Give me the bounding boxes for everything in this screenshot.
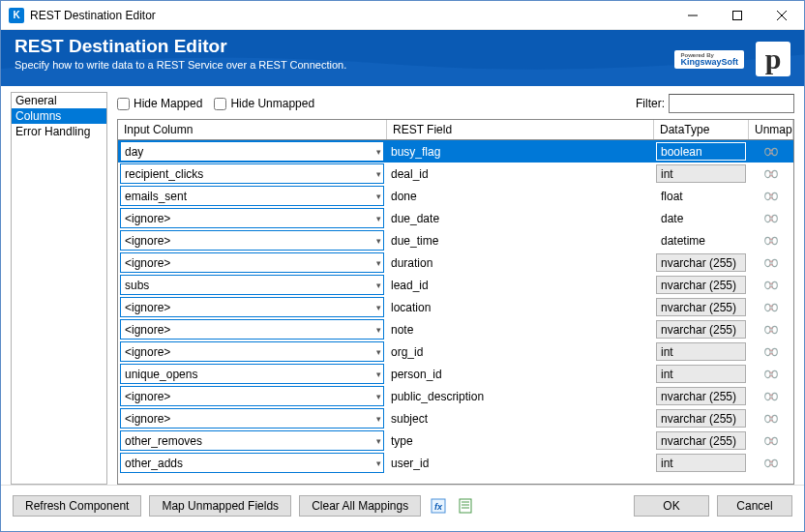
datatype-cell[interactable]: nvarchar (255) [656, 253, 746, 272]
header-input-column[interactable]: Input Column [118, 120, 387, 139]
table-row[interactable]: <ignore>▾due_datedate [118, 207, 793, 229]
table-row[interactable]: other_adds▾user_idint [118, 452, 793, 474]
input-column-combo[interactable]: emails_sent▾ [120, 186, 384, 206]
rest-field-cell: org_id [387, 340, 654, 363]
input-column-combo[interactable]: other_removes▾ [120, 430, 384, 451]
filter-input[interactable] [669, 94, 794, 113]
unmap-icon[interactable] [762, 345, 780, 359]
table-row[interactable]: emails_sent▾donefloat [118, 185, 793, 207]
hide-mapped-checkbox[interactable]: Hide Mapped [117, 97, 202, 110]
chevron-down-icon: ▾ [376, 347, 381, 357]
rest-field-cell: user_id [387, 452, 654, 474]
datatype-cell[interactable]: int [656, 365, 746, 383]
unmap-icon[interactable] [762, 434, 780, 448]
input-column-combo[interactable]: other_adds▾ [120, 453, 384, 473]
sidebar-item-error-handling[interactable]: Error Handling [12, 124, 106, 139]
svg-rect-66 [460, 499, 471, 513]
rest-field-cell: duration [387, 251, 654, 274]
unmap-icon[interactable] [762, 167, 780, 181]
table-row[interactable]: <ignore>▾durationnvarchar (255) [118, 251, 793, 274]
datatype-cell[interactable]: int [656, 454, 746, 472]
page-subtitle: Specify how to write data to a REST Serv… [15, 59, 346, 71]
rest-field-cell: public_description [387, 385, 654, 407]
unmap-icon[interactable] [762, 234, 780, 248]
table-row[interactable]: <ignore>▾locationnvarchar (255) [118, 296, 793, 318]
input-column-combo[interactable]: <ignore>▾ [120, 319, 384, 340]
input-column-combo[interactable]: unique_opens▾ [120, 364, 384, 384]
datatype-cell[interactable]: nvarchar (255) [656, 387, 746, 405]
pipedrive-logo: p [756, 42, 790, 76]
unmap-icon[interactable] [762, 279, 780, 292]
unmap-icon[interactable] [762, 190, 780, 203]
unmap-icon[interactable] [762, 212, 780, 225]
datatype-cell[interactable]: nvarchar (255) [656, 298, 746, 316]
svg-point-37 [771, 326, 776, 333]
unmap-icon[interactable] [762, 323, 780, 337]
ok-button[interactable]: OK [634, 495, 709, 517]
unmap-icon[interactable] [762, 390, 780, 403]
input-column-combo[interactable]: <ignore>▾ [120, 252, 384, 273]
grid-body[interactable]: day▾busy_flagbooleanrecipient_clicks▾dea… [118, 140, 793, 475]
maximize-button[interactable] [715, 1, 760, 30]
svg-point-44 [764, 370, 769, 377]
svg-point-33 [771, 304, 776, 310]
map-unmapped-button[interactable]: Map Unmapped Fields [149, 495, 291, 517]
input-column-combo[interactable]: <ignore>▾ [120, 230, 384, 251]
unmap-icon[interactable] [762, 301, 780, 314]
svg-point-61 [771, 459, 776, 466]
input-column-combo[interactable]: subs▾ [120, 275, 384, 295]
table-row[interactable]: <ignore>▾notenvarchar (255) [118, 318, 793, 340]
clear-all-mappings-button[interactable]: Clear All Mappings [299, 495, 421, 517]
sidebar-item-general[interactable]: General [12, 93, 106, 108]
table-row[interactable]: subs▾lead_idnvarchar (255) [118, 274, 793, 296]
unmap-icon[interactable] [762, 457, 780, 470]
svg-point-12 [764, 192, 769, 199]
unmap-icon[interactable] [762, 256, 780, 270]
datatype-cell[interactable]: nvarchar (255) [656, 409, 746, 428]
input-column-combo[interactable]: <ignore>▾ [120, 341, 384, 362]
page-title: REST Destination Editor [15, 36, 346, 57]
unmap-icon[interactable] [762, 145, 780, 159]
table-row[interactable]: day▾busy_flagboolean [118, 140, 793, 163]
svg-point-8 [764, 170, 769, 177]
header-unmap[interactable]: Unmap [749, 120, 793, 139]
datatype-cell[interactable]: int [656, 342, 746, 361]
sidebar-item-columns[interactable]: Columns [12, 108, 106, 124]
table-row[interactable]: other_removes▾typenvarchar (255) [118, 429, 793, 452]
table-row[interactable]: <ignore>▾subjectnvarchar (255) [118, 407, 793, 429]
unmap-icon[interactable] [762, 412, 780, 426]
chevron-down-icon: ▾ [376, 369, 381, 379]
table-row[interactable]: <ignore>▾due_timedatetime [118, 229, 793, 251]
cancel-button[interactable]: Cancel [717, 495, 792, 517]
input-column-combo[interactable]: <ignore>▾ [120, 297, 384, 317]
datatype-cell[interactable]: nvarchar (255) [656, 431, 746, 450]
refresh-component-button[interactable]: Refresh Component [13, 495, 141, 517]
input-column-combo[interactable]: <ignore>▾ [120, 408, 384, 429]
minimize-button[interactable] [671, 1, 715, 30]
datatype-cell[interactable]: int [656, 164, 746, 183]
unmap-icon[interactable] [762, 368, 780, 381]
datatype-cell[interactable]: nvarchar (255) [656, 276, 746, 294]
table-row[interactable]: unique_opens▾person_idint [118, 363, 793, 385]
input-column-combo[interactable]: day▾ [120, 141, 384, 162]
rest-field-cell: subject [387, 407, 654, 429]
expression-icon[interactable]: fx [429, 496, 448, 516]
input-column-combo[interactable]: recipient_clicks▾ [120, 163, 384, 184]
header-rest-field[interactable]: REST Field [387, 120, 654, 139]
hide-unmapped-checkbox[interactable]: Hide Unmapped [214, 97, 314, 110]
table-row[interactable]: recipient_clicks▾deal_idint [118, 163, 793, 185]
input-column-combo[interactable]: <ignore>▾ [120, 386, 384, 406]
template-icon[interactable] [456, 496, 475, 516]
close-button[interactable] [760, 1, 804, 30]
input-column-combo[interactable]: <ignore>▾ [120, 208, 384, 228]
datatype-cell[interactable]: nvarchar (255) [656, 320, 746, 339]
header-datatype[interactable]: DataType [654, 120, 749, 139]
titlebar: K REST Destination Editor [1, 1, 804, 30]
grid-header: Input Column REST Field DataType Unmap [118, 120, 793, 140]
svg-text:fx: fx [434, 502, 443, 512]
table-row[interactable]: <ignore>▾public_descriptionnvarchar (255… [118, 385, 793, 407]
app-icon: K [9, 8, 24, 23]
table-row[interactable]: <ignore>▾org_idint [118, 340, 793, 363]
svg-point-29 [771, 281, 776, 288]
svg-point-17 [771, 215, 776, 222]
